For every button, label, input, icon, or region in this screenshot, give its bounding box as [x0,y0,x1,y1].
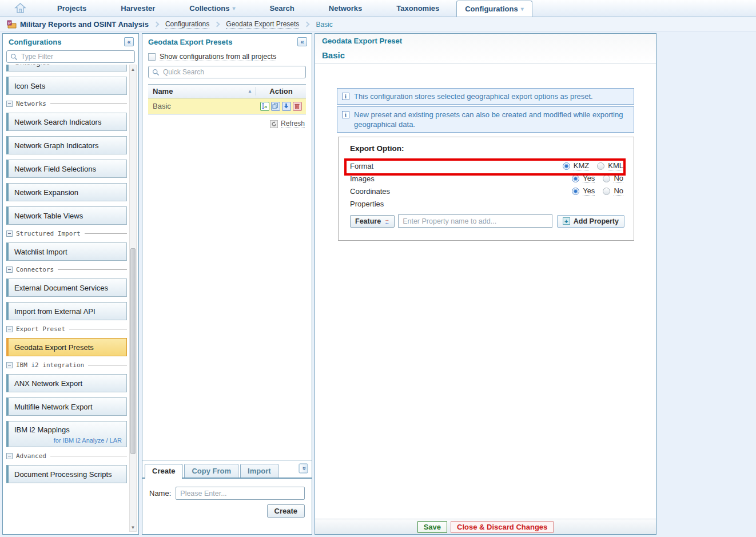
create-button[interactable]: Create [267,504,305,518]
rename-icon[interactable]: a [260,102,269,111]
radio-selected-icon [563,162,570,170]
close-discard-button[interactable]: Close & Discard Changes [451,521,554,533]
coordinates-no-radio[interactable]: No [603,186,623,196]
type-filter-input[interactable] [21,53,131,61]
presets-list-panel: Geodata Export Presets « Show configurat… [142,33,312,535]
collapse-minus-icon[interactable] [6,266,13,273]
tab-import[interactable]: Import [240,464,278,478]
scroll-down-icon[interactable]: ▼ [130,523,136,531]
presets-collapse-button[interactable]: « [297,37,307,46]
search-icon [152,69,160,76]
swap-arrows-icon: →← [384,218,389,224]
format-row: Format KMZ KML [350,160,624,172]
sidebar-item-network-table-views[interactable]: Network Table Views [6,206,127,225]
scrollbar-thumb[interactable] [130,248,136,454]
images-no-radio[interactable]: No [603,174,623,183]
sidebar-item-network-field-selections[interactable]: Network Field Selections [6,160,127,178]
breadcrumb-configurations[interactable]: Configurations [165,20,209,29]
radio-unselected-icon [603,175,610,182]
images-yes-radio[interactable]: Yes [572,174,595,183]
coordinates-yes-radio[interactable]: Yes [572,186,595,196]
sidebar-item-external-document-services[interactable]: External Document Services [6,279,127,297]
breadcrumb: P Military Reports and OSINT Analysis Co… [0,17,756,32]
chevron-down-icon: ▾ [521,6,524,12]
create-pane: Create Copy From Import « Name: Create [142,460,312,534]
nav-networks[interactable]: Networks [312,0,380,17]
breadcrumb-project[interactable]: Military Reports and OSINT Analysis [20,20,149,29]
sidebar-section-advanced: Advanced [6,452,127,460]
refresh-icon[interactable] [270,120,278,128]
coordinates-row: Coordinates Yes No [350,185,624,197]
sidebar-item-document-processing-scripts[interactable]: Document Processing Scripts [6,465,127,483]
format-kmz-radio[interactable]: KMZ [563,161,589,170]
sidebar-item-ibm-i2-mappings[interactable]: IBM i2 Mappings for IBM i2 Analyze / LAR [6,421,127,447]
nav-harvester[interactable]: Harvester [104,0,172,17]
sidebar-item-network-graph-indicators[interactable]: Network Graph Indicators [6,136,127,154]
info-icon: i [342,93,349,100]
property-name-input[interactable] [398,214,552,228]
nav-projects[interactable]: Projects [40,0,104,17]
project-folder-icon: P [7,20,17,29]
collapse-minus-icon[interactable] [6,362,13,368]
delete-icon[interactable] [293,102,302,111]
collapse-minus-icon[interactable] [6,453,13,459]
sidebar-item-anx-network-export[interactable]: ANX Network Export [6,374,127,392]
scroll-up-icon[interactable]: ▲ [130,65,136,73]
copy-icon[interactable] [271,102,280,111]
sidebar-item-network-expansion[interactable]: Network Expansion [6,183,127,201]
presets-table: Name ▲ Action Basic a [148,84,306,114]
column-header-name[interactable]: Name ▲ [148,87,256,96]
export-download-icon[interactable] [282,102,291,111]
detail-preset-name: Basic [322,50,656,60]
tab-create[interactable]: Create [145,464,182,479]
table-row-basic[interactable]: Basic a [148,98,306,114]
sidebar-section-structured-import: Structured Import [6,230,127,237]
sidebar-section-connectors: Connectors [6,266,127,273]
sidebar-item-network-search-indicators[interactable]: Network Search Indicators [6,113,127,131]
properties-row: Properties [350,197,624,210]
add-property-button[interactable]: + Add Property [557,215,624,228]
preset-detail-panel: Geodata Export Preset Basic i This confi… [315,33,656,535]
nav-taxonomies[interactable]: Taxonomies [379,0,456,17]
type-filter-box [6,50,135,63]
breadcrumb-geodata-export-presets[interactable]: Geodata Export Presets [226,20,299,29]
sidebar-scrollbar[interactable]: ▲ ▼ [129,65,137,532]
sidebar-item-watchlist-import[interactable]: Watchlist Import [6,242,127,261]
show-all-projects-checkbox[interactable] [148,53,156,61]
format-kml-radio[interactable]: KML [597,161,623,170]
quick-search-input[interactable] [163,68,302,76]
collapse-minus-icon[interactable] [6,230,13,237]
presets-panel-title: Geodata Export Presets [148,38,232,46]
collapse-minus-icon[interactable] [6,101,13,107]
sidebar-item-multifile-network-export[interactable]: Multifile Network Export [6,397,127,416]
collapse-minus-icon[interactable] [6,326,13,332]
sidebar-item-icon-sets[interactable]: Icon Sets [6,77,127,95]
home-button[interactable] [0,0,40,17]
sidebar-item-import-from-external-api[interactable]: Import from External API [6,302,127,320]
nav-configurations-active-tab[interactable]: Configurations▾ [456,1,532,17]
chevron-down-icon: ▾ [232,5,235,11]
nav-search[interactable]: Search [252,0,311,17]
images-row: Images Yes No [350,172,624,185]
show-all-projects-label[interactable]: Show configurations from all projects [160,53,276,61]
sort-asc-icon[interactable]: ▲ [248,89,252,94]
radio-selected-icon [572,175,579,182]
sidebar-list: Ontologies Icon Sets Networks Network Se… [6,65,127,532]
info-icon: i [342,111,349,118]
sidebar-item-geodata-export-presets[interactable]: Geodata Export Presets [6,338,127,356]
refresh-link[interactable]: Refresh [281,120,305,128]
pane-collapse-button[interactable]: « [299,464,308,474]
name-label: Name: [149,489,171,498]
home-icon [14,3,26,14]
sidebar-item-ontologies[interactable]: Ontologies [6,65,127,71]
preset-name-input[interactable] [176,487,305,500]
sidebar-collapse-button[interactable]: « [124,37,134,46]
breadcrumb-separator-icon [304,22,310,27]
nav-collections[interactable]: Collections▾ [172,0,252,17]
feature-selector-button[interactable]: Feature →← [350,215,395,228]
plus-icon: + [563,217,570,225]
quick-search-box [148,66,306,78]
export-option-heading: Export Option: [350,144,624,153]
save-button[interactable]: Save [417,521,447,533]
tab-copy-from[interactable]: Copy From [184,464,238,478]
